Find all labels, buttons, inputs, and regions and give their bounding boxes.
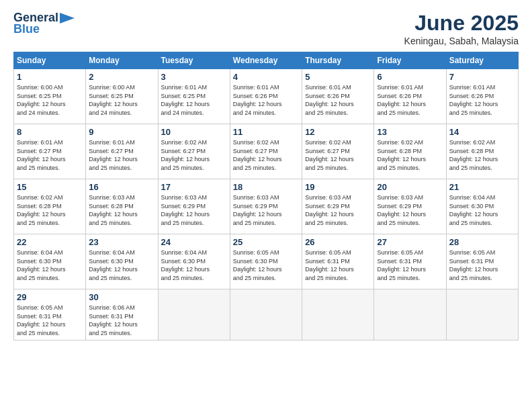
day-info: Sunrise: 6:01 AM Sunset: 6:26 PM Dayligh…: [377, 83, 443, 117]
day-number: 23: [89, 237, 154, 247]
table-row: 27Sunrise: 6:05 AM Sunset: 6:31 PM Dayli…: [374, 234, 446, 289]
table-row: 24Sunrise: 6:04 AM Sunset: 6:30 PM Dayli…: [158, 234, 230, 289]
day-info: Sunrise: 6:02 AM Sunset: 6:28 PM Dayligh…: [449, 138, 515, 172]
day-number: 4: [233, 72, 299, 82]
day-number: 13: [377, 127, 443, 137]
table-row: 29Sunrise: 6:05 AM Sunset: 6:31 PM Dayli…: [14, 289, 86, 340]
calendar-header-row: Sunday Monday Tuesday Wednesday Thursday…: [14, 52, 519, 69]
day-number: 3: [161, 72, 227, 82]
day-number: 6: [377, 72, 443, 82]
table-row: 20Sunrise: 6:03 AM Sunset: 6:29 PM Dayli…: [374, 179, 446, 234]
day-info: Sunrise: 6:01 AM Sunset: 6:26 PM Dayligh…: [305, 83, 371, 117]
table-row: 5Sunrise: 6:01 AM Sunset: 6:26 PM Daylig…: [302, 69, 374, 124]
day-number: 5: [305, 72, 371, 82]
col-friday: Friday: [374, 52, 446, 69]
day-info: Sunrise: 6:04 AM Sunset: 6:30 PM Dayligh…: [449, 193, 515, 227]
table-row: 17Sunrise: 6:03 AM Sunset: 6:29 PM Dayli…: [158, 179, 230, 234]
day-number: 21: [449, 182, 515, 192]
table-row: [374, 289, 446, 340]
table-row: 22Sunrise: 6:04 AM Sunset: 6:30 PM Dayli…: [14, 234, 86, 289]
table-row: 1Sunrise: 6:00 AM Sunset: 6:25 PM Daylig…: [14, 69, 86, 124]
table-row: [446, 289, 518, 340]
table-row: 23Sunrise: 6:04 AM Sunset: 6:30 PM Dayli…: [86, 234, 158, 289]
day-info: Sunrise: 6:03 AM Sunset: 6:29 PM Dayligh…: [377, 193, 443, 227]
day-number: 16: [89, 182, 154, 192]
svg-marker-0: [60, 13, 75, 24]
day-info: Sunrise: 6:03 AM Sunset: 6:29 PM Dayligh…: [305, 193, 371, 227]
day-number: 22: [17, 237, 83, 247]
col-sunday: Sunday: [14, 52, 86, 69]
table-row: 12Sunrise: 6:02 AM Sunset: 6:27 PM Dayli…: [302, 124, 374, 179]
day-info: Sunrise: 6:04 AM Sunset: 6:30 PM Dayligh…: [161, 248, 227, 282]
day-info: Sunrise: 6:00 AM Sunset: 6:25 PM Dayligh…: [17, 83, 83, 117]
day-number: 12: [305, 127, 371, 137]
col-wednesday: Wednesday: [230, 52, 302, 69]
col-saturday: Saturday: [446, 52, 518, 69]
day-info: Sunrise: 6:04 AM Sunset: 6:30 PM Dayligh…: [89, 248, 154, 282]
table-row: 8Sunrise: 6:01 AM Sunset: 6:27 PM Daylig…: [14, 124, 86, 179]
day-number: 11: [233, 127, 299, 137]
day-info: Sunrise: 6:01 AM Sunset: 6:27 PM Dayligh…: [89, 138, 154, 172]
day-info: Sunrise: 6:05 AM Sunset: 6:31 PM Dayligh…: [305, 248, 371, 282]
logo-flag-icon: [60, 13, 75, 24]
day-info: Sunrise: 6:02 AM Sunset: 6:28 PM Dayligh…: [377, 138, 443, 172]
day-info: Sunrise: 6:03 AM Sunset: 6:29 PM Dayligh…: [233, 193, 299, 227]
col-thursday: Thursday: [302, 52, 374, 69]
day-number: 15: [17, 182, 83, 192]
title-block: June 2025 Keningau, Sabah, Malaysia: [404, 11, 519, 46]
day-info: Sunrise: 6:05 AM Sunset: 6:31 PM Dayligh…: [17, 304, 83, 337]
table-row: 18Sunrise: 6:03 AM Sunset: 6:29 PM Dayli…: [230, 179, 302, 234]
col-monday: Monday: [86, 52, 158, 69]
table-row: 25Sunrise: 6:05 AM Sunset: 6:30 PM Dayli…: [230, 234, 302, 289]
day-info: Sunrise: 6:02 AM Sunset: 6:28 PM Dayligh…: [17, 193, 83, 227]
table-row: 19Sunrise: 6:03 AM Sunset: 6:29 PM Dayli…: [302, 179, 374, 234]
page: General Blue June 2025 Keningau, Sabah, …: [0, 0, 532, 411]
day-info: Sunrise: 6:04 AM Sunset: 6:30 PM Dayligh…: [17, 248, 83, 282]
day-info: Sunrise: 6:02 AM Sunset: 6:27 PM Dayligh…: [161, 138, 227, 172]
day-info: Sunrise: 6:03 AM Sunset: 6:29 PM Dayligh…: [161, 193, 227, 227]
day-number: 9: [89, 127, 154, 137]
day-info: Sunrise: 6:03 AM Sunset: 6:28 PM Dayligh…: [89, 193, 154, 227]
table-row: 4Sunrise: 6:01 AM Sunset: 6:26 PM Daylig…: [230, 69, 302, 124]
month-title: June 2025: [404, 11, 519, 36]
day-number: 10: [161, 127, 227, 137]
day-number: 17: [161, 182, 227, 192]
day-info: Sunrise: 6:01 AM Sunset: 6:26 PM Dayligh…: [449, 83, 515, 117]
day-number: 24: [161, 237, 227, 247]
table-row: 13Sunrise: 6:02 AM Sunset: 6:28 PM Dayli…: [374, 124, 446, 179]
day-number: 29: [17, 292, 83, 302]
day-number: 30: [89, 292, 154, 302]
day-info: Sunrise: 6:02 AM Sunset: 6:27 PM Dayligh…: [233, 138, 299, 172]
table-row: 28Sunrise: 6:05 AM Sunset: 6:31 PM Dayli…: [446, 234, 518, 289]
day-info: Sunrise: 6:02 AM Sunset: 6:27 PM Dayligh…: [305, 138, 371, 172]
table-row: 9Sunrise: 6:01 AM Sunset: 6:27 PM Daylig…: [86, 124, 158, 179]
table-row: 3Sunrise: 6:01 AM Sunset: 6:25 PM Daylig…: [158, 69, 230, 124]
day-number: 14: [449, 127, 515, 137]
logo: General Blue: [13, 11, 75, 36]
table-row: [230, 289, 302, 340]
day-number: 7: [449, 72, 515, 82]
header: General Blue June 2025 Keningau, Sabah, …: [13, 11, 519, 46]
day-number: 1: [17, 72, 83, 82]
location: Keningau, Sabah, Malaysia: [404, 36, 519, 46]
table-row: 26Sunrise: 6:05 AM Sunset: 6:31 PM Dayli…: [302, 234, 374, 289]
day-number: 19: [305, 182, 371, 192]
day-info: Sunrise: 6:01 AM Sunset: 6:26 PM Dayligh…: [233, 83, 299, 117]
table-row: [158, 289, 230, 340]
table-row: 11Sunrise: 6:02 AM Sunset: 6:27 PM Dayli…: [230, 124, 302, 179]
table-row: 7Sunrise: 6:01 AM Sunset: 6:26 PM Daylig…: [446, 69, 518, 124]
day-number: 18: [233, 182, 299, 192]
col-tuesday: Tuesday: [158, 52, 230, 69]
day-number: 20: [377, 182, 443, 192]
table-row: 30Sunrise: 6:06 AM Sunset: 6:31 PM Dayli…: [86, 289, 158, 340]
day-number: 8: [17, 127, 83, 137]
day-number: 26: [305, 237, 371, 247]
table-row: [302, 289, 374, 340]
table-row: 21Sunrise: 6:04 AM Sunset: 6:30 PM Dayli…: [446, 179, 518, 234]
day-info: Sunrise: 6:06 AM Sunset: 6:31 PM Dayligh…: [89, 304, 154, 337]
table-row: 16Sunrise: 6:03 AM Sunset: 6:28 PM Dayli…: [86, 179, 158, 234]
day-number: 27: [377, 237, 443, 247]
day-info: Sunrise: 6:05 AM Sunset: 6:31 PM Dayligh…: [377, 248, 443, 282]
logo-blue: Blue: [13, 22, 40, 36]
day-info: Sunrise: 6:05 AM Sunset: 6:31 PM Dayligh…: [449, 248, 515, 282]
